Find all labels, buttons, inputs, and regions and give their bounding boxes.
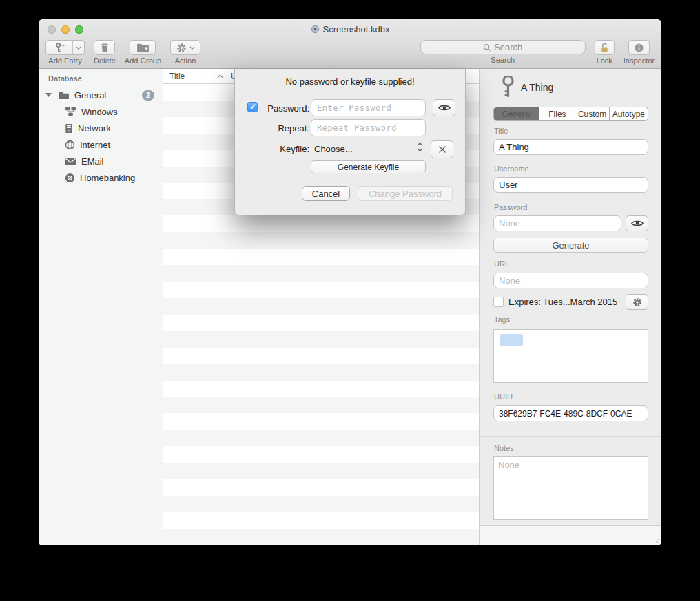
sort-ascending-icon [217, 74, 223, 78]
add-entry-dropdown-icon[interactable] [72, 41, 84, 54]
table-row [163, 298, 479, 315]
generate-keyfile-button[interactable]: Generate Keyfile [311, 160, 426, 173]
url-field[interactable] [493, 273, 648, 288]
group-label: EMail [81, 156, 104, 167]
windows-group-icon [65, 107, 76, 116]
dialog-password-input[interactable] [311, 99, 426, 116]
inspector-panel: A Thing General Files Custom Autotype Ti… [479, 69, 661, 545]
eye-icon [438, 104, 451, 112]
sidebar: Database General 2 Windows [39, 69, 163, 545]
chevron-down-icon [189, 46, 195, 50]
folder-plus-icon [136, 43, 150, 52]
username-field[interactable] [493, 177, 648, 193]
disclosure-triangle-icon[interactable] [45, 93, 52, 97]
homebanking-group-icon [65, 173, 75, 183]
sidebar-group-general[interactable]: General 2 [39, 87, 163, 103]
username-field-label: Username [494, 165, 529, 173]
titlebar: Screenshot.kdbx [39, 19, 661, 39]
table-row [163, 348, 479, 364]
stepper-arrows-icon[interactable] [417, 142, 423, 152]
keyfile-popup-button[interactable]: Choose... [314, 144, 353, 154]
clear-keyfile-button[interactable] [431, 140, 453, 158]
gear-icon [176, 43, 187, 53]
window-header: Screenshot.kdbx Add Entry [39, 19, 661, 69]
entry-title: A Thing [521, 82, 553, 93]
generate-keyfile-label: Generate Keyfile [338, 162, 399, 172]
password-field[interactable] [493, 215, 621, 231]
notes-field[interactable] [493, 456, 648, 520]
lock-button[interactable] [595, 40, 615, 55]
inspector-footer [480, 525, 661, 545]
uuid-field[interactable] [493, 405, 648, 421]
info-icon [634, 43, 644, 53]
tab-custom[interactable]: Custom [575, 107, 609, 120]
document-proxy-icon [311, 25, 320, 34]
eye-icon [631, 220, 644, 227]
change-password-button[interactable]: Change Password [358, 186, 453, 201]
password-field-label: Password [494, 203, 527, 211]
tab-autotype[interactable]: Autotype [610, 107, 648, 120]
folder-icon [58, 91, 70, 100]
table-row [163, 496, 479, 512]
sidebar-group-windows[interactable]: Windows [39, 104, 163, 119]
table-row [163, 479, 479, 496]
dialog-password-label: Password: [261, 103, 309, 114]
tab-label: General [502, 109, 531, 119]
dialog-repeat-input[interactable] [311, 119, 426, 136]
padlock-unlocked-icon [600, 43, 609, 53]
generate-label: Generate [552, 240, 589, 251]
sidebar-group-internet[interactable]: Internet [39, 137, 163, 152]
title-field[interactable] [493, 139, 648, 155]
column-header-title[interactable]: Title [163, 69, 227, 83]
table-row [163, 364, 479, 381]
cancel-button[interactable]: Cancel [302, 186, 350, 201]
reveal-password-button[interactable] [626, 215, 648, 231]
table-row [163, 331, 479, 348]
tab-files[interactable]: Files [539, 107, 575, 120]
dialog-reveal-password-button[interactable] [433, 99, 455, 116]
action-label: Action [175, 56, 196, 65]
tags-field[interactable] [493, 329, 648, 383]
add-entry-button[interactable] [45, 40, 85, 55]
sidebar-group-homebanking[interactable]: Homebanking [39, 170, 163, 185]
desktop-background: Screenshot.kdbx Add Entry [0, 0, 700, 601]
generate-password-button[interactable]: Generate [493, 238, 648, 253]
tab-label: Autotype [612, 109, 645, 119]
search-input[interactable]: Search [420, 40, 586, 54]
change-password-dialog: No password or keyfile supplied! Passwor… [234, 69, 466, 215]
sidebar-group-network[interactable]: Network [39, 120, 163, 136]
expires-label: Expires: Tues...March 2015 [508, 297, 617, 307]
uuid-field-label: UUID [494, 392, 513, 401]
group-label: Network [78, 123, 111, 134]
change-password-label: Change Password [369, 189, 442, 199]
table-row [163, 463, 479, 479]
gear-icon [632, 297, 642, 307]
key-entry-icon [502, 76, 515, 98]
group-label: Homebanking [80, 173, 135, 183]
inspector-button[interactable] [628, 40, 650, 55]
trash-icon [100, 42, 110, 53]
cancel-label: Cancel [312, 189, 340, 199]
delete-button[interactable] [94, 40, 115, 55]
tab-general[interactable]: General [494, 107, 539, 120]
add-group-button[interactable] [130, 40, 156, 55]
expires-settings-button[interactable] [626, 294, 648, 310]
expires-checkbox[interactable] [493, 297, 504, 307]
search-placeholder: Search [494, 42, 522, 52]
empty-tag-pill[interactable] [500, 334, 523, 346]
table-row [163, 215, 479, 232]
dialog-password-checkbox[interactable] [247, 102, 258, 112]
resize-grip[interactable] [654, 538, 660, 544]
internet-group-icon [65, 140, 75, 150]
url-field-label: URL [494, 260, 509, 268]
table-row [163, 397, 479, 414]
tab-label: Files [548, 109, 566, 119]
sidebar-section-header: Database [48, 74, 82, 83]
table-row [163, 249, 479, 265]
action-button[interactable] [170, 40, 200, 55]
toolbar: Add Entry Delete [39, 39, 661, 69]
entry-count-badge: 2 [142, 90, 154, 101]
delete-label: Delete [94, 56, 116, 65]
tags-field-label: Tags [494, 315, 510, 324]
sidebar-group-email[interactable]: EMail [39, 154, 163, 169]
